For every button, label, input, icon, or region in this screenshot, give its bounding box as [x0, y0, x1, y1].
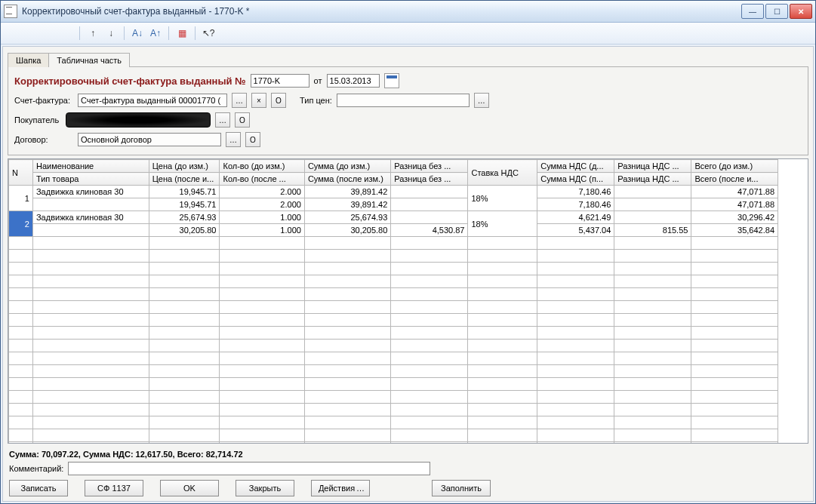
table-row[interactable]: 1Задвижка клиновая 3019,945.712.00039,89… [9, 186, 778, 198]
buyer-row: Покупатель … О [14, 112, 802, 128]
pricetype-input[interactable] [337, 94, 470, 107]
pointer-help-icon[interactable]: ↖? [202, 26, 215, 40]
header-row-1: N Наименование Цена (до изм.) Кол-во (до… [9, 160, 778, 173]
col-vatsum-after[interactable]: Сумма НДС (п... [537, 173, 614, 186]
properties-icon[interactable]: ▦ [175, 26, 189, 40]
minimize-button[interactable]: — [741, 4, 764, 19]
col-vatdiff-before[interactable]: Разница НДС ... [614, 160, 691, 173]
comment-row: Комментарий: [9, 462, 807, 475]
write-button[interactable]: Записать [9, 480, 68, 496]
toolbar-separator [195, 26, 196, 40]
arrow-up-icon[interactable]: ↑ [86, 26, 100, 40]
table-row[interactable] [9, 391, 778, 404]
col-diff-before[interactable]: Разница без ... [391, 160, 468, 173]
toolbar-grid4-icon[interactable] [60, 26, 73, 40]
table-row[interactable] [9, 314, 778, 327]
close-button[interactable]: ✕ [790, 4, 812, 19]
col-diff-after[interactable]: Разница без ... [391, 173, 468, 186]
maximize-button[interactable]: ☐ [765, 4, 788, 19]
toolbar-grid2-icon[interactable] [23, 26, 37, 40]
table-row[interactable] [9, 352, 778, 365]
table-row[interactable] [9, 429, 778, 442]
doc-title-row: Корректировочный счет-фактура выданный №… [14, 73, 802, 88]
contract-open-button[interactable]: О [245, 132, 260, 147]
sort-desc-icon[interactable]: A↑ [149, 26, 162, 40]
invoice-input[interactable] [78, 94, 227, 107]
items-table: N Наименование Цена (до изм.) Кол-во (до… [8, 159, 778, 444]
comment-input[interactable] [68, 462, 430, 475]
comment-label: Комментарий: [9, 464, 63, 473]
table-row[interactable] [9, 263, 778, 275]
arrow-down-icon[interactable]: ↓ [104, 26, 118, 40]
invoice-clear-button[interactable]: × [251, 93, 266, 108]
table-row[interactable] [9, 250, 778, 263]
titlebar[interactable]: Корректировочный счет-фактура выданный -… [1, 1, 815, 23]
toolbar-separator [124, 26, 125, 40]
tab-table[interactable]: Табличная часть [48, 53, 130, 67]
col-vatsum-before[interactable]: Сумма НДС (д... [537, 160, 614, 173]
totals-line: Сумма: 70,097.22, Сумма НДС: 12,617.50, … [9, 450, 807, 459]
buyer-open-button[interactable]: О [235, 112, 250, 128]
tab-header[interactable]: Шапка [8, 53, 49, 67]
document-icon [4, 5, 17, 18]
header-row-2: Тип товара Цена (после и... Кол-во (посл… [9, 173, 778, 186]
buyer-redacted [66, 112, 211, 128]
table-row[interactable]: 30,205.801.00030,205.804,530.875,437.048… [9, 224, 778, 237]
table-row[interactable] [9, 275, 778, 288]
table-row[interactable] [9, 404, 778, 416]
col-sum-before[interactable]: Сумма (до изм.) [304, 160, 390, 173]
contract-select-button[interactable]: … [226, 132, 241, 147]
window-controls: — ☐ ✕ [741, 4, 812, 19]
table-row[interactable] [9, 288, 778, 301]
table-row[interactable]: 2Задвижка клиновая 3025,674.931.00025,67… [9, 211, 778, 224]
doc-date-input[interactable] [327, 74, 380, 88]
from-label: от [314, 76, 322, 85]
button-bar: Записать СФ 1137 OK Закрыть Действия Зап… [9, 480, 807, 496]
col-name[interactable]: Наименование [32, 160, 149, 173]
contract-row: Договор: … О [14, 132, 802, 147]
table-row[interactable] [9, 301, 778, 314]
col-vat[interactable]: Ставка НДС [468, 160, 537, 186]
table-row[interactable] [9, 442, 778, 444]
data-grid[interactable]: N Наименование Цена (до изм.) Кол-во (до… [8, 158, 808, 444]
col-total-before[interactable]: Всего (до изм.) [691, 160, 778, 173]
table-row[interactable] [9, 340, 778, 352]
toolbar-grid-red-icon[interactable] [42, 26, 55, 40]
window-title: Корректировочный счет-фактура выданный -… [22, 6, 741, 17]
calendar-icon[interactable] [384, 73, 399, 88]
sf1137-button[interactable]: СФ 1137 [85, 480, 143, 496]
col-n[interactable]: N [9, 160, 33, 186]
col-total-after[interactable]: Всего (после и... [691, 173, 778, 186]
doc-number-input[interactable] [251, 74, 309, 88]
actions-button[interactable]: Действия [311, 480, 370, 496]
table-row[interactable] [9, 365, 778, 378]
table-row[interactable] [9, 237, 778, 250]
close-doc-button[interactable]: Закрыть [236, 480, 294, 496]
table-row[interactable]: 19,945.712.00039,891.427,180.4647,071.88 [9, 198, 778, 211]
client-area: Шапка Табличная часть Корректировочный с… [2, 46, 814, 502]
pricetype-select-button[interactable]: … [474, 93, 489, 108]
col-price-before[interactable]: Цена (до изм.) [149, 160, 220, 173]
invoice-select-button[interactable]: … [232, 93, 247, 108]
contract-input[interactable] [78, 133, 221, 146]
invoice-label: Счет-фактура: [14, 96, 73, 105]
col-vatdiff-after[interactable]: Разница НДС ... [614, 173, 691, 186]
buyer-select-button[interactable]: … [215, 112, 230, 128]
col-qty-before[interactable]: Кол-во (до изм.) [220, 160, 304, 173]
toolbar-separator [168, 26, 169, 40]
doc-title: Корректировочный счет-фактура выданный № [14, 75, 246, 87]
app-window: Корректировочный счет-фактура выданный -… [0, 0, 816, 504]
col-qty-after[interactable]: Кол-во (после ... [220, 173, 304, 186]
ok-button[interactable]: OK [160, 480, 219, 496]
table-row[interactable] [9, 416, 778, 429]
col-type[interactable]: Тип товара [32, 173, 149, 186]
col-price-after[interactable]: Цена (после и... [149, 173, 220, 186]
toolbar-grid-icon[interactable] [5, 26, 19, 40]
table-row[interactable] [9, 327, 778, 340]
table-body: 1Задвижка клиновая 3019,945.712.00039,89… [9, 186, 778, 444]
sort-asc-icon[interactable]: A↓ [131, 26, 144, 40]
fill-button[interactable]: Заполнить [432, 480, 491, 496]
table-row[interactable] [9, 378, 778, 391]
col-sum-after[interactable]: Сумма (после изм.) [304, 173, 390, 186]
invoice-open-button[interactable]: О [271, 93, 286, 108]
